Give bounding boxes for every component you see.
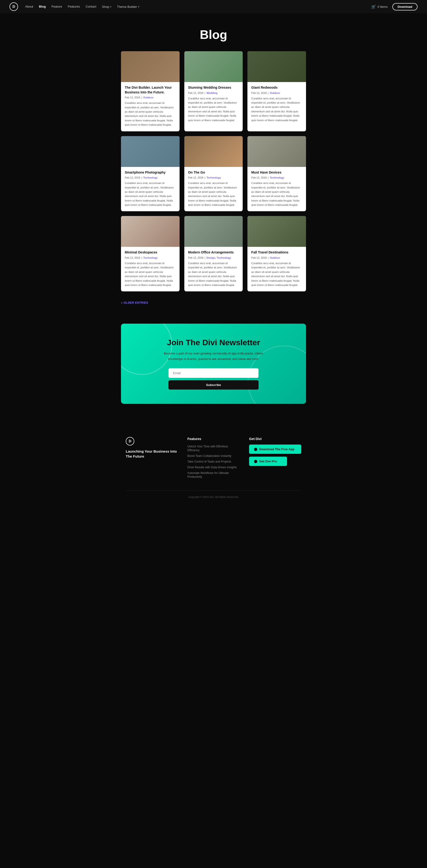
blog-card-image <box>184 216 243 247</box>
footer-feature-item[interactable]: Automate Workflows for Ultimate Producti… <box>187 471 240 479</box>
blog-card-meta: Feb 12, 2018 | Outdoor <box>125 96 176 99</box>
footer-feature-item[interactable]: Drive Results with Data-Driven Insights <box>187 465 240 469</box>
footer-download-free-button[interactable]: ⬤ Download The Free App <box>249 444 301 454</box>
blog-grid: The Divi Builder. Launch Your Business I… <box>116 51 311 301</box>
blog-card-title: Stunning Wedding Dresses <box>188 85 239 90</box>
blog-card-excerpt: Curabitur arcu erat, accumsan id imperdi… <box>188 96 239 122</box>
blog-card-excerpt: Curabitur arcu erat, accumsan id imperdi… <box>251 96 302 122</box>
footer-feature-item[interactable]: Take Control of Tasks and Projects <box>187 460 240 464</box>
blog-card-meta: Feb 12, 2018 | Technology <box>125 256 176 259</box>
newsletter-form: Subscribe <box>130 368 297 390</box>
blog-card-excerpt: Curabitur arcu erat, accumsan id imperdi… <box>188 261 239 287</box>
nav-item-features[interactable]: Features <box>68 5 80 8</box>
newsletter-email-input[interactable] <box>169 368 258 378</box>
blog-card-image <box>247 136 306 167</box>
footer-copyright: Copyright © 2023 Divi. All Rights Reserv… <box>126 496 301 498</box>
blog-card-body: The Divi Builder. Launch Your Business I… <box>121 82 180 131</box>
nav-item-blog[interactable]: Blog <box>39 5 46 8</box>
blog-card-category: Technology <box>143 176 158 179</box>
blog-card-body: Smartphone Photography Feb 12, 2018 | Te… <box>121 167 180 212</box>
nav-cart[interactable]: 🛒 0 Items <box>371 4 388 9</box>
page-title-section: Blog <box>0 13 427 51</box>
blog-card-body: Fall Travel Destinations Feb 12, 2018 | … <box>247 247 306 291</box>
blog-card[interactable]: Smartphone Photography Feb 12, 2018 | Te… <box>121 136 180 212</box>
blog-card-title: The Divi Builder. Launch Your Business I… <box>125 85 176 95</box>
blog-card-title: Minimal Deskspaces <box>125 250 176 255</box>
footer-features-list: Unlock Your Time with Effortless Efficie… <box>187 444 240 479</box>
blog-card-excerpt: Curabitur arcu erat, accumsan id imperdi… <box>125 101 176 127</box>
blog-card-date: Feb 12, 2018 <box>251 92 267 94</box>
blog-card-image <box>184 51 243 82</box>
footer-top: D Launching Your Business Into The Futur… <box>126 437 301 479</box>
footer-get-divi-col: Get Divi ⬤ Download The Free App ⬤ Get D… <box>249 437 301 479</box>
blog-card-category: Wedding <box>206 92 217 94</box>
blog-card[interactable]: Minimal Deskspaces Feb 12, 2018 | Techno… <box>121 216 180 291</box>
nav-item-theme-builder[interactable]: Theme Builder ▾ <box>117 5 139 8</box>
blog-card-meta: Feb 12, 2018 | Technology <box>251 176 302 179</box>
blog-card-excerpt: Curabitur arcu erat, accumsan id imperdi… <box>125 181 176 207</box>
blog-card[interactable]: Fall Travel Destinations Feb 12, 2018 | … <box>247 216 306 291</box>
footer-get-pro-button[interactable]: ⬤ Get Divi Pro <box>249 457 287 466</box>
blog-card-date: Feb 12, 2018 <box>188 92 204 94</box>
blog-card-date: Feb 12, 2018 <box>125 256 140 259</box>
blog-card-image <box>121 51 180 82</box>
footer-features-heading: Features <box>187 437 240 441</box>
nav-item-contact[interactable]: Contact <box>86 5 96 8</box>
blog-card-excerpt: Curabitur arcu erat, accumsan id imperdi… <box>251 181 302 207</box>
blog-card-meta: Feb 12, 2018 | Technology <box>188 176 239 179</box>
footer-brand: D Launching Your Business Into The Futur… <box>126 437 178 479</box>
blog-card-meta: Feb 12, 2018 | Outdoor <box>251 256 302 259</box>
blog-card-category: Outdoor <box>143 96 153 99</box>
blog-card-title: Smartphone Photography <box>125 170 176 175</box>
footer-brand-tagline: Launching Your Business Into The Future <box>126 449 178 459</box>
page-title: Blog <box>5 28 422 42</box>
nav-item-feature[interactable]: Feature <box>52 5 62 8</box>
footer-get-divi-heading: Get Divi <box>249 437 301 441</box>
main-nav: D About Blog Feature Features Contact Sh… <box>0 0 427 13</box>
blog-card-category: Design, Technology <box>206 256 231 259</box>
blog-card-meta: Feb 12, 2018 | Outdoor <box>251 92 302 94</box>
blog-card-meta: Feb 12, 2018 | Design, Technology <box>188 256 239 259</box>
nav-logo[interactable]: D <box>9 2 18 11</box>
blog-card-title: Giant Redwoods <box>251 85 302 90</box>
blog-card[interactable]: Stunning Wedding Dresses Feb 12, 2018 | … <box>184 51 243 131</box>
older-entries-link[interactable]: « OLDER ENTRIES <box>121 301 148 304</box>
blog-card-category: Technology <box>206 176 221 179</box>
cart-label: 0 Items <box>377 5 388 8</box>
footer-feature-item[interactable]: Unlock Your Time with Effortless Efficie… <box>187 444 240 452</box>
newsletter-subscribe-button[interactable]: Subscribe <box>169 380 258 390</box>
blog-card[interactable]: Giant Redwoods Feb 12, 2018 | Outdoor Cu… <box>247 51 306 131</box>
nav-item-shop[interactable]: Shop ▾ <box>102 5 111 8</box>
nav-download-button[interactable]: Download <box>392 3 418 10</box>
blog-card-body: Modern Office Arrangements Feb 12, 2018 … <box>184 247 243 291</box>
footer-feature-item[interactable]: Boost Team Collaboration Instantly <box>187 454 240 458</box>
blog-card-image <box>121 136 180 167</box>
blog-card-date: Feb 12, 2018 <box>251 256 267 259</box>
blog-card-excerpt: Curabitur arcu erat, accumsan id imperdi… <box>251 261 302 287</box>
nav-item-about[interactable]: About <box>25 5 33 8</box>
blog-card-meta: Feb 12, 2018 | Technology <box>125 176 176 179</box>
blog-card-body: On The Go Feb 12, 2018 | Technology Cura… <box>184 167 243 212</box>
blog-card-date: Feb 12, 2018 <box>188 176 204 179</box>
blog-card-image <box>247 216 306 247</box>
blog-card-title: Fall Travel Destinations <box>251 250 302 255</box>
blog-card[interactable]: The Divi Builder. Launch Your Business I… <box>121 51 180 131</box>
footer-features-col: Features Unlock Your Time with Effortles… <box>187 437 240 479</box>
blog-card[interactable]: On The Go Feb 12, 2018 | Technology Cura… <box>184 136 243 212</box>
blog-card-excerpt: Curabitur arcu erat, accumsan id imperdi… <box>188 181 239 207</box>
blog-card-title: Modern Office Arrangements <box>188 250 239 255</box>
blog-card-excerpt: Curabitur arcu erat, accumsan id imperdi… <box>125 261 176 287</box>
download-circle-icon: ⬤ <box>254 447 257 451</box>
blog-card-category: Technology <box>270 176 284 179</box>
blog-card-image <box>121 216 180 247</box>
blog-card-body: Minimal Deskspaces Feb 12, 2018 | Techno… <box>121 247 180 291</box>
blog-card-category: Outdoor <box>270 256 280 259</box>
newsletter-section: Join The Divi Newsletter Become a part o… <box>116 323 311 404</box>
newsletter-title: Join The Divi Newsletter <box>130 338 297 347</box>
blog-card-meta: Feb 12, 2018 | Wedding <box>188 92 239 94</box>
blog-card-body: Giant Redwoods Feb 12, 2018 | Outdoor Cu… <box>247 82 306 131</box>
blog-card-category: Outdoor <box>270 92 280 94</box>
blog-card-date: Feb 12, 2018 <box>125 176 140 179</box>
blog-card[interactable]: Must Have Devices Feb 12, 2018 | Technol… <box>247 136 306 212</box>
blog-card[interactable]: Modern Office Arrangements Feb 12, 2018 … <box>184 216 243 291</box>
